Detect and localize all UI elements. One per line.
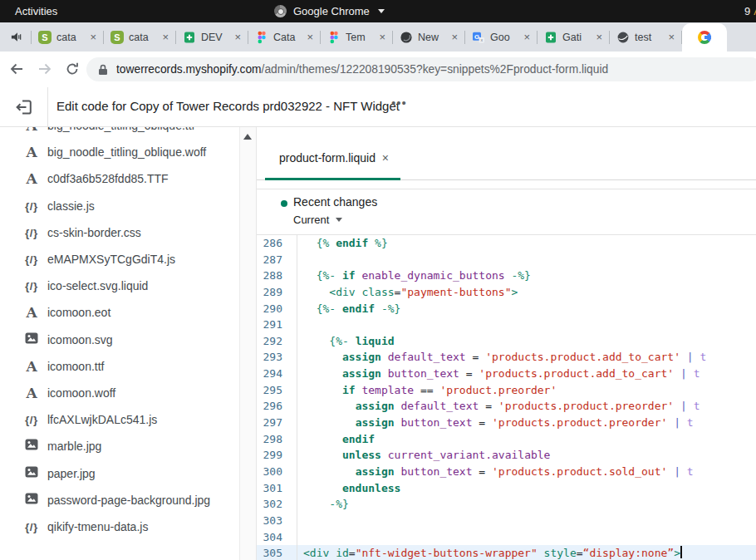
file-item-cs-skin-border.css[interactable]: {/}cs-skin-border.css	[0, 219, 239, 246]
figma-favicon	[327, 31, 341, 44]
tab-close-icon[interactable]: ×	[668, 32, 675, 42]
browser-tab-Gati[interactable]: Gati×	[538, 22, 609, 52]
code-file-icon: {/}	[25, 280, 38, 292]
code-line-291[interactable]: 291	[257, 317, 756, 333]
browser-tab-cata[interactable]: Scata×	[104, 22, 175, 52]
tab-close-icon[interactable]: ×	[523, 32, 530, 42]
chevron-down-icon	[336, 218, 342, 222]
dark-site-favicon	[400, 31, 413, 44]
code-line-303[interactable]: 303	[257, 513, 756, 529]
browser-tab-Goo[interactable]: GxGoo×	[465, 22, 537, 52]
file-item-paper.jpg[interactable]: paper.jpg	[0, 459, 239, 486]
tab-close-icon[interactable]: ×	[234, 32, 241, 42]
code-line-300[interactable]: 300 assign button_text = 'products.produ…	[257, 464, 756, 480]
file-item-icomoon.eot[interactable]: Aicomoon.eot	[0, 299, 239, 326]
code-line-298[interactable]: 298 endif	[257, 431, 756, 448]
file-item-lfcAXLwjkDALc541.js[interactable]: {/}lfcAXLwjkDALc541.js	[0, 406, 239, 433]
reload-button[interactable]	[65, 61, 80, 79]
file-item-c0df3a6b528fdd85.TTF[interactable]: Ac0df3a6b528fdd85.TTF	[0, 165, 239, 192]
file-name: paper.jpg	[47, 467, 96, 480]
code-file-icon: {/}	[25, 200, 38, 213]
more-actions-button[interactable]: •••	[386, 95, 412, 111]
code-line-text: assign button_text = 'products.product.p…	[297, 415, 694, 431]
code-line-302[interactable]: 302 -%}	[257, 496, 756, 513]
file-item-big_noodle_titling_oblique.ttf[interactable]: Abig_noodle_titling_oblique.ttf	[0, 127, 239, 139]
file-item-big_noodle_titling_oblique.woff[interactable]: Abig_noodle_titling_oblique.woff	[0, 139, 239, 165]
padlock-icon	[98, 64, 108, 76]
code-line-288[interactable]: 288 {%- if enable_dynamic_buttons -%}	[257, 268, 756, 284]
tab-close-icon[interactable]: ×	[90, 32, 96, 42]
shopify-favicon: S	[110, 31, 124, 44]
code-line-287[interactable]: 287	[257, 252, 756, 268]
file-item-classie.js[interactable]: {/}classie.js	[0, 193, 239, 219]
line-number: 298	[257, 431, 297, 448]
line-number: 297	[257, 415, 297, 431]
line-number: 296	[257, 398, 297, 415]
code-line-290[interactable]: 290 {%- endif -%}	[257, 301, 756, 317]
browser-tab-DEV[interactable]: DEV×	[176, 22, 248, 52]
tab-close-icon[interactable]: ×	[596, 32, 602, 42]
file-name: classie.js	[47, 199, 95, 213]
file-item-icomoon.woff[interactable]: Aicomoon.woff	[0, 380, 239, 406]
tab-close-icon[interactable]: ×	[307, 32, 313, 42]
page-title: Edit code for Copy of Tower Records prd0…	[56, 99, 400, 113]
font-file-icon: A	[26, 170, 37, 187]
tab-close-icon[interactable]: ×	[379, 32, 385, 42]
exit-code-editor-button[interactable]	[14, 97, 34, 117]
file-item-eMAPMXSyTCgGdiT4.js[interactable]: {/}eMAPMXSyTCgGdiT4.js	[0, 246, 239, 273]
code-line-293[interactable]: 293 assign default_text = 'products.prod…	[257, 349, 756, 366]
code-line-289[interactable]: 289 <div class="payment-buttons">	[257, 284, 756, 301]
close-icon[interactable]: ×	[382, 151, 389, 165]
file-name: lfcAXLwjkDALc541.js	[47, 413, 157, 426]
screen: Activities Google Chrome 9 A Scata×Scata…	[0, 0, 756, 560]
file-item-marble.jpg[interactable]: marble.jpg	[0, 433, 239, 459]
activities-button[interactable]: Activities	[15, 5, 57, 17]
tab-divider	[537, 31, 538, 44]
browser-tab-New[interactable]: New×	[393, 22, 464, 52]
browser-tab-active[interactable]	[682, 23, 727, 52]
back-button[interactable]	[8, 61, 25, 80]
tab-close-icon[interactable]: ×	[162, 32, 169, 42]
code-line-299[interactable]: 299 unless current_variant.available	[257, 447, 756, 464]
code-line-text: if template == 'product.preorder'	[297, 382, 557, 399]
tab-close-icon[interactable]: ×	[451, 32, 458, 42]
code-line-305[interactable]: 305<div id="nft-widget-buttons-wrapper" …	[257, 545, 756, 560]
line-number: 304	[257, 529, 297, 546]
forward-button[interactable]	[37, 61, 53, 80]
scroll-up-arrow-icon[interactable]	[243, 134, 252, 140]
code-line-304[interactable]: 304	[257, 529, 756, 546]
browser-tab-Tem[interactable]: Tem×	[321, 22, 392, 52]
editor-tab-product-form[interactable]: product-form.liquid ×	[265, 137, 400, 180]
browser-tab-test[interactable]: test×	[610, 22, 681, 52]
tab-divider	[392, 31, 393, 44]
code-line-295[interactable]: 295 if template == 'product.preorder'	[257, 382, 756, 399]
file-item-ico-select.svg.liquid[interactable]: {/}ico-select.svg.liquid	[0, 273, 239, 299]
version-dropdown[interactable]: Current	[293, 214, 342, 226]
file-item-icomoon.ttf[interactable]: Aicomoon.ttf	[0, 353, 239, 380]
file-name: icomoon.woff	[47, 386, 115, 400]
code-line-294[interactable]: 294 assign button_text = 'products.produ…	[257, 366, 756, 382]
line-number: 292	[257, 333, 297, 350]
code-line-text: {%- liquid	[297, 333, 395, 350]
code-line-296[interactable]: 296 assign default_text = 'products.prod…	[257, 398, 756, 415]
app-menu[interactable]: Google Chrome	[274, 5, 385, 17]
file-name: ico-select.svg.liquid	[47, 279, 148, 292]
file-item-icomoon.svg[interactable]: icomoon.svg	[0, 327, 239, 353]
code-line-301[interactable]: 301 endunless	[257, 480, 756, 497]
code-line-297[interactable]: 297 assign button_text = 'products.produ…	[257, 415, 756, 431]
code-line-292[interactable]: 292 {%- liquid	[257, 333, 756, 350]
tab-title: test	[635, 32, 663, 43]
system-clock[interactable]: 9 A	[744, 0, 756, 22]
tab-title: Tem	[346, 32, 374, 43]
browser-tab-cata[interactable]: Scata×	[32, 22, 103, 52]
address-bar[interactable]: towerrecords.myshopify.com/admin/themes/…	[86, 57, 756, 81]
code-line-286[interactable]: 286 {% endif %}	[257, 235, 756, 252]
file-name: big_noodle_titling_oblique.woff	[47, 145, 206, 159]
sidebar-scrollbar[interactable]	[239, 127, 256, 560]
code-area[interactable]: 286 {% endif %}287288 {%- if enable_dyna…	[257, 235, 756, 560]
browser-tab-Cata[interactable]: Cata×	[248, 22, 320, 52]
line-number: 291	[257, 317, 297, 333]
audio-indicator-icon[interactable]	[10, 31, 22, 43]
file-item-password-page-background.jpg[interactable]: password-page-background.jpg	[0, 487, 239, 513]
file-item-qikify-tmenu-data.js[interactable]: {/}qikify-tmenu-data.js	[0, 513, 239, 540]
